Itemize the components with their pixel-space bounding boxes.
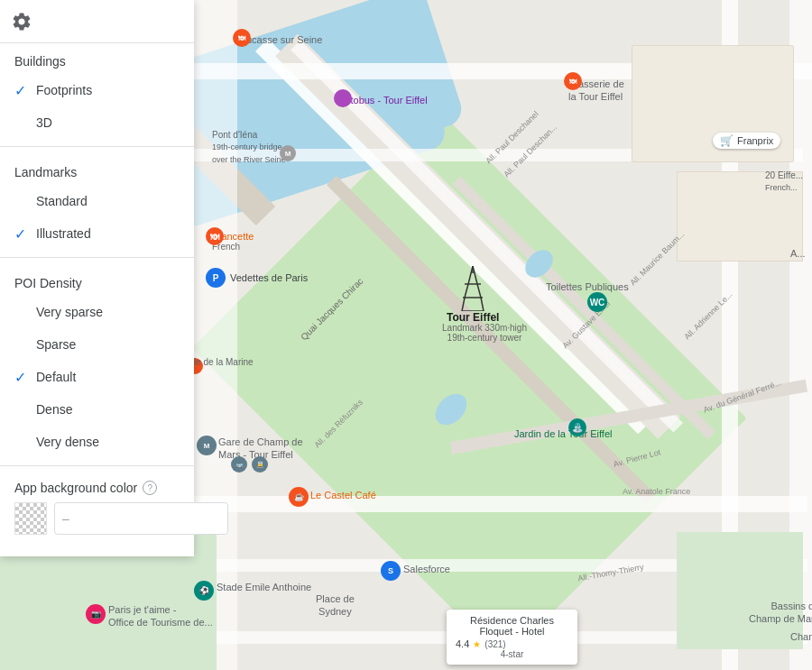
app-bg-color-section: App background color ? [0,473,194,542]
very-dense-label: Very dense [36,435,99,449]
default-check: ✓ [14,369,26,386]
help-icon[interactable]: ? [143,481,157,495]
color-swatch[interactable] [14,502,47,535]
poi-gare-bus[interactable]: 🚌 [231,456,247,473]
poi-gare-tram[interactable]: 🚊 [252,456,268,473]
hotel-rating: 4.4 [456,638,469,649]
sparse-label: Sparse [36,337,76,352]
poi-stade[interactable]: ⚽ [194,581,214,601]
hotel-name: Résidence CharlesFloquet - Hotel [456,615,568,637]
poi-batobus[interactable] [334,89,352,107]
3d-label: 3D [36,115,52,130]
very-sparse-label: Very sparse [36,305,103,319]
landmarks-section-label: Landmarks [0,154,194,185]
dense-label: Dense [36,402,72,417]
3d-option[interactable]: 3D [0,106,194,139]
color-text-input[interactable] [54,502,228,535]
eiffel-tower-icon [460,266,485,315]
app-bg-color-label: App background color [14,481,137,495]
hotel-info-card[interactable]: Résidence CharlesFloquet - Hotel 4.4 ★ (… [447,610,577,665]
poi-salesforce[interactable]: S [381,561,401,581]
illustrated-option[interactable]: ✓ Illustrated [0,217,194,250]
panel-header [0,0,194,43]
footprints-option[interactable]: ✓ Footprints [0,74,194,106]
hotel-stars: ★ [473,639,481,649]
default-option[interactable]: ✓ Default [0,361,194,393]
poi-francette[interactable]: 🍽 [206,227,224,245]
illustrated-check: ✓ [14,225,26,243]
poi-vedettes[interactable]: P [206,268,226,288]
color-input-row [14,502,180,535]
divider-2 [0,257,194,258]
poi-jardin[interactable]: ⛲ [568,418,586,436]
poi-ducasse[interactable]: 🍽 [233,29,251,47]
standard-option[interactable]: Standard [0,185,194,217]
buildings-section-label: Buildings [0,43,194,74]
sparse-option[interactable]: Sparse [0,328,194,361]
illustrated-label: Illustrated [36,226,91,241]
divider-3 [0,465,194,466]
default-label: Default [36,370,76,384]
franprix-badge[interactable]: 🛒 Franprix [713,133,780,149]
standard-label: Standard [36,194,88,208]
poi-brasserie[interactable]: 🍽 [564,72,582,90]
poi-gare-champ[interactable]: M [197,436,217,455]
dense-option[interactable]: Dense [0,393,194,426]
divider-1 [0,146,194,147]
poi-castel[interactable]: ☕ [289,487,309,507]
footprints-label: Footprints [36,83,92,97]
settings-panel: Buildings ✓ Footprints 3D Landmarks Stan… [0,0,194,556]
gear-icon [11,11,32,32]
hotel-category: 4-star [456,649,568,659]
hotel-reviews: (321) [484,639,505,649]
very-sparse-option[interactable]: Very sparse [0,296,194,328]
footprints-check: ✓ [14,82,26,99]
poi-density-section-label: POI Density [0,265,194,296]
poi-pont[interactable]: M [280,145,296,161]
poi-toilettes[interactable]: WC [587,292,607,312]
poi-tourism[interactable]: 📷 [86,604,106,624]
franprix-label: Franprix [737,135,773,146]
very-dense-option[interactable]: Very dense [0,426,194,458]
